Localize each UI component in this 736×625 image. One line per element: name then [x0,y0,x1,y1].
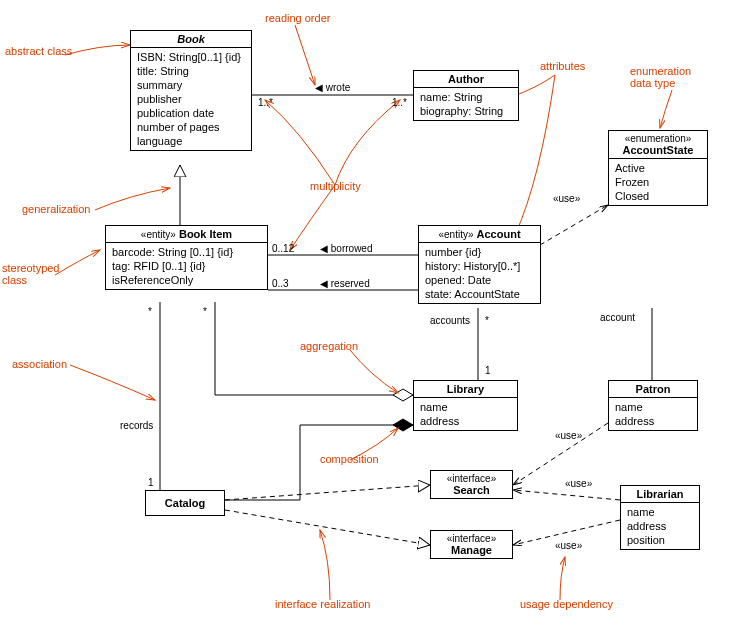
ann-reading-order: reading order [265,12,330,24]
class-search: «interface» Search [430,470,513,499]
class-title: Catalog [165,497,205,509]
attr: name [615,400,691,414]
class-title: Account [477,228,521,240]
mult: 1 [148,477,154,488]
class-book: Book ISBN: String[0..1] {id} title: Stri… [130,30,252,151]
stereotype: «entity» [141,229,176,240]
class-title: Library [447,383,484,395]
svg-line-17 [225,510,430,545]
ann-abstract-class: abstract class [5,45,72,57]
attr: publication date [137,106,245,120]
attr: name [627,505,693,519]
attr: number {id} [425,245,534,259]
label-records: records [120,420,153,431]
ann-stereotyped-class: stereotyped class [2,262,59,286]
attr: state: AccountState [425,287,534,301]
attr: isReferenceOnly [112,273,261,287]
attr: name [420,400,511,414]
ann-interface-realization: interface realization [275,598,370,610]
ann-enumeration: enumeration data type [630,65,691,89]
ann-attributes: attributes [540,60,585,72]
label-use: «use» [565,478,592,489]
class-title: Book [177,33,205,45]
attr: biography: String [420,104,512,118]
label-borrowed: ◀ borrowed [320,243,372,254]
attr: opened: Date [425,273,534,287]
class-library: Library name address [413,380,518,431]
attr: address [627,519,693,533]
class-title: Book Item [179,228,232,240]
mult: 0..3 [272,278,289,289]
label-use: «use» [555,540,582,551]
attr: address [615,414,691,428]
class-manage: «interface» Manage [430,530,513,559]
attr: publisher [137,92,245,106]
literal: Closed [615,189,701,203]
class-title: Librarian [636,488,683,500]
attr: number of pages [137,120,245,134]
role-account: account [600,312,635,323]
class-title: Patron [636,383,671,395]
class-bookitem: «entity» Book Item barcode: String [0..1… [105,225,268,290]
svg-line-16 [225,485,430,500]
attr: history: History[0..*] [425,259,534,273]
attr: summary [137,78,245,92]
ann-generalization: generalization [22,203,91,215]
mult: 1..* [392,97,407,108]
mult: 0..12 [272,243,294,254]
ann-composition: composition [320,453,379,465]
label-reserved: ◀ reserved [320,278,370,289]
attr: barcode: String [0..1] {id} [112,245,261,259]
class-account: «entity» Account number {id} history: Hi… [418,225,541,304]
class-accountstate: «enumeration» AccountState Active Frozen… [608,130,708,206]
class-title: Manage [451,544,492,556]
literal: Frozen [615,175,701,189]
attr: name: String [420,90,512,104]
stereotype: «enumeration» [615,133,701,144]
class-title: Search [453,484,490,496]
role-accounts: accounts [430,315,470,326]
class-author: Author name: String biography: String [413,70,519,121]
ann-multiplicity: multiplicity [310,180,361,192]
mult: * [485,315,489,326]
ann-aggregation: aggregation [300,340,358,352]
label-wrote: ◀ wrote [315,82,350,93]
mult: * [203,306,207,317]
mult: * [148,306,152,317]
attr: language [137,134,245,148]
stereotype: «interface» [437,473,506,484]
svg-line-14 [513,490,620,500]
ann-association: association [12,358,67,370]
class-catalog: Catalog [145,490,225,516]
class-patron: Patron name address [608,380,698,431]
stereotype: «entity» [438,229,473,240]
label-use: «use» [555,430,582,441]
class-title: AccountState [623,144,694,156]
literal: Active [615,161,701,175]
stereotype: «interface» [437,533,506,544]
ann-usage-dependency: usage dependency [520,598,613,610]
attr: tag: RFID [0..1] {id} [112,259,261,273]
label-use: «use» [553,193,580,204]
mult: 1..* [258,97,273,108]
attr: position [627,533,693,547]
attr: ISBN: String[0..1] {id} [137,50,245,64]
class-title: Author [448,73,484,85]
attr: address [420,414,511,428]
svg-line-4 [540,205,608,245]
mult: 1 [485,365,491,376]
attr: title: String [137,64,245,78]
class-librarian: Librarian name address position [620,485,700,550]
